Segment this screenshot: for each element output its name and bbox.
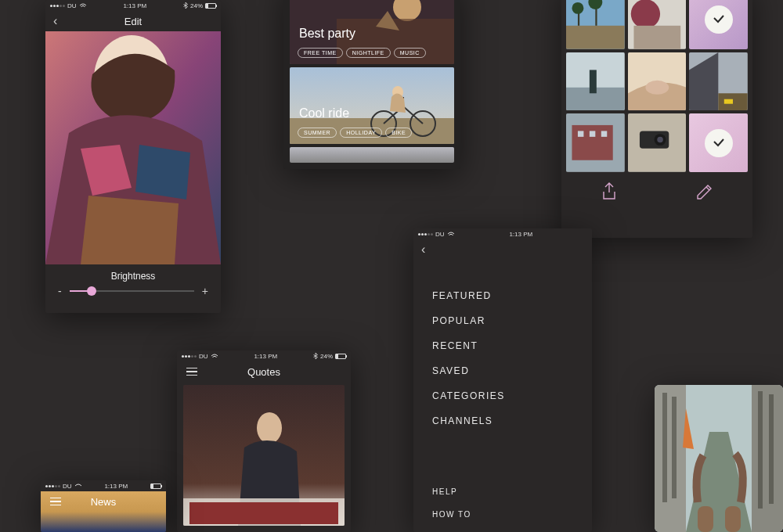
svg-rect-31	[601, 131, 607, 137]
share-button[interactable]	[598, 181, 620, 206]
svg-rect-42	[752, 385, 783, 532]
status-bar: DU 1:13 PM 24%	[45, 0, 221, 11]
carrier-label: DU	[199, 353, 208, 360]
gallery-thumb[interactable]	[628, 0, 687, 49]
card-title: Best party	[299, 27, 355, 41]
quote-image[interactable]	[183, 385, 345, 526]
carrier-label: DU	[67, 2, 77, 9]
battery-icon	[150, 483, 161, 489]
clock-label: 1:13 PM	[104, 483, 128, 490]
slider-knob[interactable]	[87, 286, 96, 296]
svg-point-23	[645, 81, 669, 95]
svg-rect-18	[633, 26, 680, 49]
feed-card-ride[interactable]: Cool ride SUMMER HOLLIDAY BIKE	[290, 67, 454, 144]
tag-pill[interactable]: SUMMER	[298, 128, 337, 138]
menu-phone: DU 1:13 PM ‹ FEATURED POPULAR RECENT SAV…	[413, 228, 592, 532]
menu-button[interactable]	[186, 368, 197, 376]
status-bar: DU 1:13 PM 24%	[177, 350, 351, 361]
nav-title: News	[91, 496, 117, 508]
clock-label: 1:13 PM	[123, 2, 146, 9]
svg-rect-45	[758, 391, 763, 509]
tag-pill[interactable]: BIKE	[385, 128, 412, 138]
status-bar: DU 1:13 PM	[413, 228, 592, 239]
slider-track[interactable]	[70, 290, 194, 292]
wifi-icon	[74, 483, 82, 489]
svg-rect-11	[566, 26, 625, 49]
tag-pill[interactable]: HOLLIDAY	[340, 128, 382, 138]
back-button[interactable]: ‹	[421, 243, 425, 257]
menu-item-saved[interactable]: SAVED	[432, 358, 573, 383]
edit-phone: DU 1:13 PM 24% ‹ Edit Brightness -	[45, 0, 221, 313]
battery-icon	[335, 354, 346, 359]
tag-pill[interactable]: MUSIC	[394, 48, 426, 58]
edit-photo[interactable]	[45, 31, 221, 264]
carrier-label: DU	[63, 483, 72, 490]
tag-pill[interactable]: FREE TIME	[298, 48, 343, 58]
brightness-label: Brightness	[45, 271, 221, 282]
nav-bar: ‹	[413, 239, 592, 260]
news-content-peek	[41, 512, 166, 532]
bluetooth-icon	[313, 353, 318, 359]
svg-rect-28	[572, 125, 612, 160]
svg-rect-46	[769, 394, 774, 504]
svg-rect-39	[189, 502, 338, 524]
menu-list-primary: FEATURED POPULAR RECENT SAVED CATEGORIES…	[413, 260, 592, 441]
edit-button[interactable]	[694, 181, 716, 206]
minus-icon[interactable]: -	[58, 285, 62, 297]
menu-item-help[interactable]: HELP	[432, 480, 573, 503]
carrier-label: DU	[435, 231, 445, 238]
svg-rect-29	[578, 131, 583, 137]
battery-pct-label: 24%	[190, 2, 203, 9]
gallery-thumb[interactable]	[566, 113, 625, 172]
battery-pct-label: 24%	[320, 353, 333, 360]
back-button[interactable]: ‹	[53, 14, 57, 28]
status-bar: DU 1:13 PM	[41, 480, 166, 491]
svg-rect-41	[655, 385, 686, 532]
check-icon	[705, 5, 733, 34]
menu-button[interactable]	[50, 498, 61, 506]
tag-pill[interactable]: NIGHTLIFE	[346, 48, 391, 58]
nav-title: Edit	[124, 16, 142, 27]
svg-rect-43	[662, 393, 667, 502]
menu-item-recent[interactable]: RECENT	[432, 333, 573, 358]
plus-icon[interactable]: +	[202, 285, 208, 297]
nav-bar: News	[41, 491, 166, 512]
menu-item-howto[interactable]: HOW TO	[432, 503, 573, 526]
nav-bar: Quotes	[177, 361, 351, 382]
svg-rect-21	[590, 70, 597, 93]
gallery-thumb[interactable]	[566, 0, 625, 49]
gallery-thumb[interactable]	[689, 113, 748, 172]
feed-card-peek[interactable]	[290, 147, 454, 163]
clock-label: 1:13 PM	[509, 231, 532, 238]
wifi-icon	[79, 2, 87, 9]
svg-point-14	[572, 2, 583, 14]
svg-rect-26	[724, 99, 733, 103]
gallery-thumb[interactable]	[628, 113, 687, 172]
svg-rect-44	[672, 397, 677, 498]
gallery-thumb[interactable]	[689, 0, 748, 49]
gallery-phone	[561, 0, 752, 238]
gallery-thumb[interactable]	[689, 52, 748, 111]
nav-title: Quotes	[247, 366, 280, 378]
card-title: Cool ride	[299, 106, 349, 120]
nav-bar: ‹ Edit	[45, 11, 221, 31]
svg-rect-48	[725, 506, 741, 532]
menu-item-channels[interactable]: CHANNELS	[432, 408, 573, 433]
feed-card-party[interactable]: Best party FREE TIME NIGHTLIFE MUSIC	[290, 0, 454, 64]
svg-rect-47	[698, 506, 713, 532]
menu-item-popular[interactable]: POPULAR	[432, 308, 573, 333]
quotes-phone: DU 1:13 PM 24% Quotes	[177, 350, 351, 532]
brightness-slider[interactable]: - +	[45, 285, 221, 310]
gallery-thumb[interactable]	[628, 52, 687, 111]
feed-phone: Best party FREE TIME NIGHTLIFE MUSIC Coo…	[283, 0, 460, 169]
svg-point-37	[257, 412, 282, 444]
menu-item-featured[interactable]: FEATURED	[432, 283, 573, 308]
menu-list-secondary: HELP HOW TO SIGN OUT	[413, 473, 592, 532]
wifi-icon	[447, 231, 455, 237]
news-phone: DU 1:13 PM News	[41, 480, 166, 532]
bluetooth-icon	[183, 2, 188, 9]
menu-item-signout[interactable]: SIGN OUT	[432, 526, 573, 532]
gallery-thumb[interactable]	[566, 52, 625, 111]
menu-item-categories[interactable]: CATEGORIES	[432, 383, 573, 408]
city-photo-card[interactable]	[655, 385, 783, 532]
